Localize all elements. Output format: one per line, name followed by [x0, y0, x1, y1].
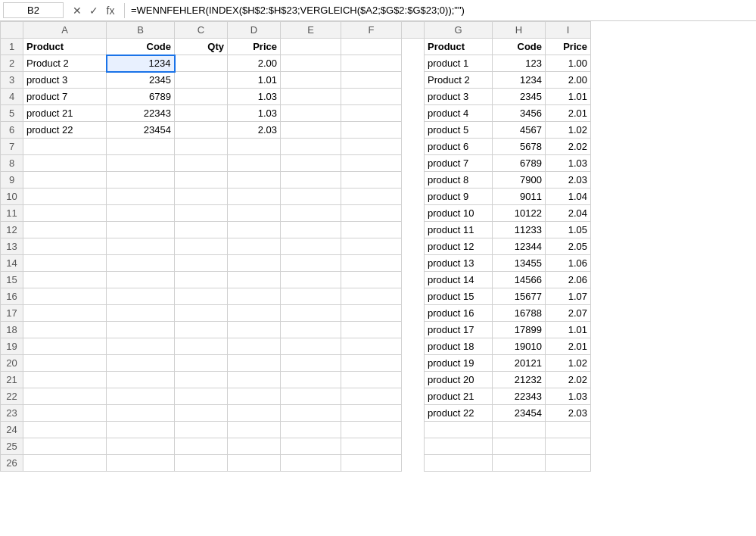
- cell-F15[interactable]: [341, 272, 402, 288]
- cell-A12[interactable]: [23, 222, 107, 238]
- cell-E8[interactable]: [281, 155, 341, 172]
- cell-D13[interactable]: [228, 238, 281, 255]
- cell-I21[interactable]: 2.02: [546, 372, 591, 388]
- cell-G11[interactable]: product 10: [425, 205, 493, 222]
- cell-E15[interactable]: [281, 272, 341, 288]
- cell-B21[interactable]: [107, 372, 175, 388]
- cell-E7[interactable]: [281, 139, 341, 155]
- cell-F17[interactable]: [341, 305, 402, 322]
- cell-G14[interactable]: product 13: [425, 255, 493, 272]
- cell-D16[interactable]: [228, 288, 281, 305]
- cell-C10[interactable]: [175, 189, 228, 205]
- cell-D20[interactable]: [228, 355, 281, 372]
- col-header-I[interactable]: I: [546, 22, 591, 39]
- cell-A1[interactable]: Product: [23, 39, 107, 55]
- cell-B9[interactable]: [107, 172, 175, 189]
- cell-I13[interactable]: 2.05: [546, 238, 591, 255]
- cell-B5[interactable]: 22343: [107, 105, 175, 122]
- cell-B18[interactable]: [107, 322, 175, 338]
- cell-C11[interactable]: [175, 205, 228, 222]
- cell-E11[interactable]: [281, 205, 341, 222]
- cell-E9[interactable]: [281, 172, 341, 189]
- cell-G9[interactable]: product 8: [425, 172, 493, 189]
- cell-B1[interactable]: Code: [107, 39, 175, 55]
- cell-A6[interactable]: product 22: [23, 122, 107, 139]
- formula-input[interactable]: [128, 3, 756, 17]
- cell-F22[interactable]: [341, 388, 402, 405]
- cell-G17[interactable]: product 16: [425, 305, 493, 322]
- cell-E6[interactable]: [281, 122, 341, 139]
- cell-F14[interactable]: [341, 255, 402, 272]
- cell-A3[interactable]: product 3: [23, 72, 107, 89]
- cell-A15[interactable]: [23, 272, 107, 288]
- cell-B2[interactable]: 1234: [107, 55, 175, 72]
- cell-C13[interactable]: [175, 238, 228, 255]
- cell-A14[interactable]: [23, 255, 107, 272]
- cell-F13[interactable]: [341, 238, 402, 255]
- cell-H20[interactable]: 20121: [493, 355, 546, 372]
- cell-G25[interactable]: [425, 438, 493, 455]
- cell-C4[interactable]: [175, 89, 228, 105]
- cell-D26[interactable]: [228, 455, 281, 472]
- cell-D24[interactable]: [228, 422, 281, 438]
- cell-F23[interactable]: [341, 405, 402, 422]
- cell-F5[interactable]: [341, 105, 402, 122]
- cell-D22[interactable]: [228, 388, 281, 405]
- col-header-G[interactable]: G: [425, 22, 493, 39]
- cell-I9[interactable]: 2.03: [546, 172, 591, 189]
- cell-C1[interactable]: Qty: [175, 39, 228, 55]
- cell-B6[interactable]: 23454: [107, 122, 175, 139]
- cell-E26[interactable]: [281, 455, 341, 472]
- cell-E21[interactable]: [281, 372, 341, 388]
- cell-D10[interactable]: [228, 189, 281, 205]
- cell-D25[interactable]: [228, 438, 281, 455]
- cell-B8[interactable]: [107, 155, 175, 172]
- cell-H17[interactable]: 16788: [493, 305, 546, 322]
- cell-I19[interactable]: 2.01: [546, 338, 591, 355]
- cell-E24[interactable]: [281, 422, 341, 438]
- cell-E13[interactable]: [281, 238, 341, 255]
- cell-E20[interactable]: [281, 355, 341, 372]
- cell-C14[interactable]: [175, 255, 228, 272]
- cell-G5[interactable]: product 4: [425, 105, 493, 122]
- cell-H13[interactable]: 12344: [493, 238, 546, 255]
- cell-G3[interactable]: Product 2: [425, 72, 493, 89]
- cell-G20[interactable]: product 19: [425, 355, 493, 372]
- col-header-F[interactable]: F: [341, 22, 402, 39]
- cell-E25[interactable]: [281, 438, 341, 455]
- cell-D9[interactable]: [228, 172, 281, 189]
- cell-H18[interactable]: 17899: [493, 322, 546, 338]
- cell-C7[interactable]: [175, 139, 228, 155]
- cell-H14[interactable]: 13455: [493, 255, 546, 272]
- cell-D23[interactable]: [228, 405, 281, 422]
- cell-I22[interactable]: 1.03: [546, 388, 591, 405]
- cell-A8[interactable]: [23, 155, 107, 172]
- cell-B15[interactable]: [107, 272, 175, 288]
- cell-C18[interactable]: [175, 322, 228, 338]
- cell-F21[interactable]: [341, 372, 402, 388]
- cell-H25[interactable]: [493, 438, 546, 455]
- col-header-E[interactable]: E: [281, 22, 341, 39]
- cell-B17[interactable]: [107, 305, 175, 322]
- cell-A24[interactable]: [23, 422, 107, 438]
- cell-E23[interactable]: [281, 405, 341, 422]
- cell-D4[interactable]: 1.03: [228, 89, 281, 105]
- cell-A10[interactable]: [23, 189, 107, 205]
- cell-F4[interactable]: [341, 89, 402, 105]
- cell-A23[interactable]: [23, 405, 107, 422]
- col-header-C[interactable]: C: [175, 22, 228, 39]
- cell-B20[interactable]: [107, 355, 175, 372]
- cell-I6[interactable]: 1.02: [546, 122, 591, 139]
- cell-B22[interactable]: [107, 388, 175, 405]
- cell-A2[interactable]: Product 2: [23, 55, 107, 72]
- cell-I14[interactable]: 1.06: [546, 255, 591, 272]
- cell-B13[interactable]: [107, 238, 175, 255]
- cell-H23[interactable]: 23454: [493, 405, 546, 422]
- col-header-B[interactable]: B: [107, 22, 175, 39]
- cell-F26[interactable]: [341, 455, 402, 472]
- cell-F11[interactable]: [341, 205, 402, 222]
- cell-F16[interactable]: [341, 288, 402, 305]
- cell-I20[interactable]: 1.02: [546, 355, 591, 372]
- cell-F19[interactable]: [341, 338, 402, 355]
- cell-H12[interactable]: 11233: [493, 222, 546, 238]
